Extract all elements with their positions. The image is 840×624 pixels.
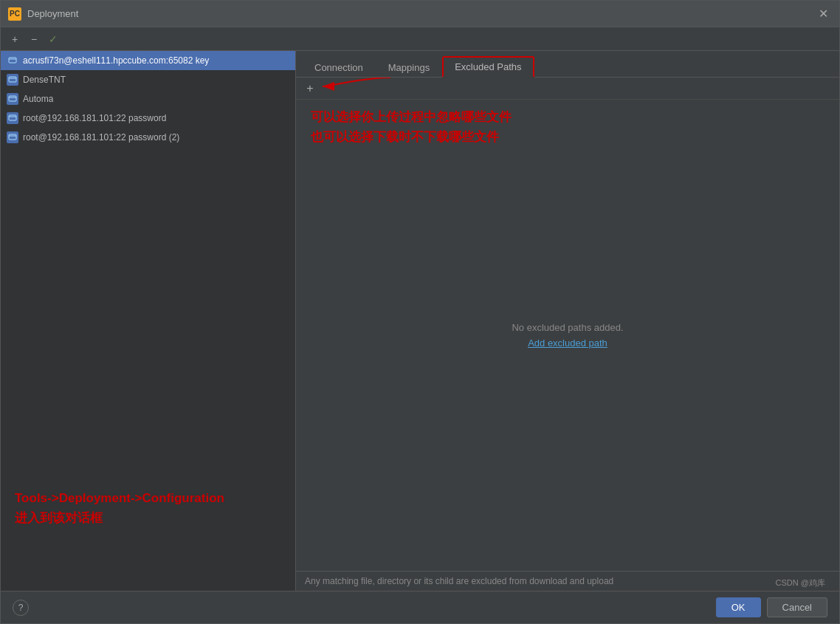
svg-rect-6 (9, 115, 16, 120)
sidebar-item-3-label: Automa (23, 94, 53, 104)
content-area: No excluded paths added. Add excluded pa… (296, 100, 839, 571)
tab-content: + 可以选择你上传过程中忽略哪些文件 也可以选择下载时不下载哪些 (296, 78, 839, 571)
footer: ? OK Cancel (1, 591, 839, 623)
sftp-icon-3 (7, 93, 18, 105)
tab-mappings[interactable]: Mappings (376, 57, 442, 78)
watermark: CSDN @鸡库 (776, 577, 825, 589)
tab-excluded-paths[interactable]: Excluded Paths (442, 56, 534, 78)
cancel-button[interactable]: Cancel (767, 597, 827, 617)
main-toolbar: + − ✓ (1, 27, 839, 51)
sidebar-item-4[interactable]: root@192.168.181.101:22 password (1, 109, 295, 128)
sidebar-item-2-label: DenseTNT (23, 75, 66, 85)
add-excluded-path-link[interactable]: Add excluded path (528, 337, 607, 349)
sidebar-item-5[interactable]: root@192.168.181.101:22 password (2) (1, 128, 295, 147)
sidebar-item-5-label: root@192.168.181.101:22 password (2) (23, 132, 179, 143)
main-content: acrusfi73n@eshell111.hpccube.com:65082 k… (1, 51, 839, 591)
window-title: Deployment (27, 8, 814, 19)
deployment-dialog: PC Deployment ✕ + − ✓ acrusfi73n@eshell1… (0, 0, 840, 624)
svg-rect-2 (9, 77, 16, 82)
remove-server-button[interactable]: − (26, 31, 42, 47)
sidebar-item-2[interactable]: DenseTNT (1, 70, 295, 89)
sftp-icon-1 (7, 55, 18, 66)
tab-connection[interactable]: Connection (302, 57, 376, 78)
sidebar-item-1-label: acrusfi73n@eshell111.hpccube.com:65082 k… (23, 55, 209, 66)
footer-buttons: OK Cancel (716, 597, 827, 617)
confirm-button[interactable]: ✓ (45, 31, 61, 47)
add-excluded-path-button[interactable]: + (302, 80, 318, 97)
svg-rect-0 (9, 58, 16, 63)
right-panel: Connection Mappings Excluded Paths + (296, 51, 839, 591)
add-server-button[interactable]: + (7, 31, 23, 47)
empty-state: No excluded paths added. Add excluded pa… (512, 322, 623, 349)
app-icon: PC (8, 7, 21, 21)
sidebar-item-1[interactable]: acrusfi73n@eshell111.hpccube.com:65082 k… (1, 51, 295, 70)
server-list-sidebar: acrusfi73n@eshell111.hpccube.com:65082 k… (1, 51, 296, 591)
ok-button[interactable]: OK (716, 597, 761, 617)
tabs-bar: Connection Mappings Excluded Paths (296, 51, 839, 78)
status-bar: Any matching file, directory or its chil… (296, 571, 839, 591)
svg-rect-8 (9, 134, 16, 140)
no-paths-text: No excluded paths added. (512, 322, 623, 333)
help-button[interactable]: ? (13, 600, 29, 616)
svg-rect-4 (9, 96, 16, 101)
sftp-icon-4 (7, 112, 18, 124)
sftp-icon-2 (7, 74, 18, 86)
sidebar-item-4-label: root@192.168.181.101:22 password (23, 113, 166, 123)
sidebar-item-3[interactable]: Automa (1, 89, 295, 109)
sftp-icon-5 (7, 131, 18, 143)
upload-annotation: 可以选择你上传过程中忽略哪些文件 也可以选择下载时不下载哪些文件 (311, 107, 512, 147)
close-button[interactable]: ✕ (814, 5, 832, 23)
arrow-annotation (317, 78, 405, 101)
title-bar: PC Deployment ✕ (1, 1, 839, 27)
tab-toolbar: + (296, 78, 839, 100)
